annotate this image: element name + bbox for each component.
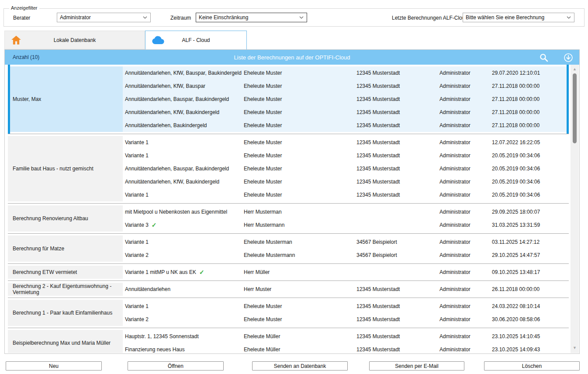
- variant-label: Variante 2: [125, 252, 149, 258]
- list-title: Liste der Berechnungen auf der OPTIFI-Cl…: [5, 54, 579, 61]
- calc-row[interactable]: Annuitätendarlehen, KfW, BaukindergeldEh…: [123, 106, 569, 119]
- berater-select[interactable]: Administrator: [57, 13, 151, 22]
- group-name-cell[interactable]: Berechnung 1 - Paar kauft Einfamilienhau…: [8, 300, 123, 326]
- client-label: Eheleute Muster: [244, 152, 356, 159]
- client-label: Eheleute Muster: [244, 70, 356, 76]
- calc-row[interactable]: Annuitätendarlehen, Bauspar, Baukinderge…: [123, 93, 569, 106]
- calc-row[interactable]: Annuitätendarlehen, KfW, Bauspar, Baukin…: [123, 66, 569, 80]
- variant-cell: Annuitätendarlehen, Bauspar, Baukinderge…: [125, 96, 244, 102]
- variant-cell: Variante 1 mitMP u NK aus EK✓: [125, 269, 244, 275]
- user-label: Administrator: [439, 333, 492, 339]
- date-label: 29.10.2025 14:47:57: [492, 252, 569, 258]
- calc-row[interactable]: Variante 3✓Herr MustermannAdministrator3…: [123, 218, 569, 232]
- group-name: Berechnung Renovierung Altbau: [13, 215, 88, 222]
- city-label: 34567 Beispielort: [356, 239, 439, 245]
- variant-label: Annuitätendarlehen, KfW, Bauspar, Baukin…: [125, 70, 242, 76]
- check-icon: ✓: [152, 222, 157, 228]
- calc-group[interactable]: Berechnung Renovierung Altbaumit Mietpoo…: [8, 204, 569, 234]
- group-name-cell[interactable]: Berechnung 2 - Kauf Eigentumswohnung - V…: [8, 283, 123, 296]
- calc-row[interactable]: Annuitätendarlehen, BaukindergeldEheleut…: [123, 119, 569, 132]
- calc-group[interactable]: Berechnung ETW vermietetVariante 1 mitMP…: [8, 264, 569, 281]
- variant-cell: Variante 2: [125, 316, 244, 322]
- download-icon[interactable]: [564, 53, 573, 62]
- check-icon: ✓: [199, 269, 204, 275]
- senden-per-email-button[interactable]: Senden per E-Mail: [369, 361, 464, 371]
- calc-row[interactable]: Annuitätendarlehen, KfW, BaukindergeldEh…: [123, 175, 569, 188]
- city-label: 12345 Musterstadt: [356, 179, 439, 185]
- variant-label: Variante 2: [125, 316, 149, 322]
- user-label: Administrator: [439, 239, 492, 245]
- calc-row[interactable]: Variante 1Eheleute Muster12345 Mustersta…: [123, 300, 569, 313]
- senden-an-datenbank-button[interactable]: Senden an Datenbank: [252, 361, 348, 371]
- calc-row[interactable]: Annuitätendarlehen, KfW, BausparEheleute…: [123, 80, 569, 93]
- chevron-down-icon: [299, 16, 304, 19]
- variant-label: mit Mietpool u Nebenkosten aus Eigenmitt…: [125, 209, 227, 215]
- calc-group[interactable]: Berechnung für MatzeVariante 1Eheleute M…: [8, 234, 569, 264]
- calc-group[interactable]: Berechnung 2 - Kauf Eigentumswohnung - V…: [8, 281, 569, 298]
- calc-row[interactable]: Variante 1 mitMP u NK aus EK✓Herr Müller…: [123, 266, 569, 279]
- user-label: Administrator: [439, 179, 492, 185]
- calc-row[interactable]: Variante 1Eheleute Muster12345 Mustersta…: [123, 149, 569, 162]
- chevron-down-icon: [143, 16, 147, 19]
- zeitraum-select[interactable]: Keine Einschränkung: [196, 13, 307, 22]
- tab-alf-cloud[interactable]: ALF - Cloud: [145, 31, 247, 49]
- client-label: Eheleute Muster: [244, 303, 356, 309]
- scrollbar-thumb[interactable]: [573, 73, 577, 143]
- search-icon[interactable]: [539, 53, 549, 62]
- client-label: Eheleute Müller: [244, 346, 356, 353]
- calc-row[interactable]: Hauptstr. 1, 12345 SonnenstadtEheleute M…: [123, 330, 569, 343]
- calc-row[interactable]: Variante 1Eheleute Musterman34567 Beispi…: [123, 235, 569, 249]
- group-name-cell[interactable]: Berechnung für Matze: [8, 235, 123, 262]
- calc-row[interactable]: mit Mietpool u Nebenkosten aus Eigenmitt…: [123, 205, 569, 218]
- city-label: 12345 Musterstadt: [356, 316, 439, 322]
- variant-cell: Finanzierung neues Haus: [125, 346, 244, 353]
- city-label: 12345 Musterstadt: [356, 96, 439, 102]
- letzte-berechnungen-select[interactable]: Bitte wählen Sie eine Berechnung: [463, 13, 574, 22]
- calc-group[interactable]: Beispielberechnung Max und Maria MüllerH…: [8, 328, 569, 353]
- client-label: Herr Musterman: [244, 209, 356, 215]
- variant-cell: Annuitätendarlehen, KfW, Baukindergeld: [125, 179, 244, 185]
- date-label: 20.05.2019 00:34:06: [492, 179, 569, 185]
- group-name: Berechnung 1 - Paar kauft Einfamilienhau…: [13, 310, 112, 316]
- date-label: 20.05.2019 00:34:06: [492, 192, 569, 198]
- variant-label: Annuitätendarlehen, KfW, Baukindergeld: [125, 179, 219, 185]
- group-rows: Variante 1Eheleute Muster12345 Mustersta…: [123, 300, 569, 326]
- calc-row[interactable]: Variante 2Eheleute Muster12345 Mustersta…: [123, 313, 569, 326]
- user-label: Administrator: [439, 192, 492, 198]
- group-name-cell[interactable]: Familie baut Haus - nutzt gemischt: [8, 136, 123, 201]
- group-name: Berechnung ETW vermietet: [13, 269, 77, 275]
- calc-row[interactable]: Annuitätendarlehen, Bauspar, Baukinderge…: [123, 162, 569, 175]
- calc-row[interactable]: Variante 2Eheleute Mustermann34567 Beisp…: [123, 249, 569, 262]
- date-label: 20.05.2019 00:34:06: [492, 166, 569, 172]
- calc-row[interactable]: Variante 1Eheleute Muster12345 Mustersta…: [123, 188, 569, 201]
- scroll-down-icon[interactable]: ▼: [571, 344, 579, 351]
- group-name-cell[interactable]: Berechnung Renovierung Altbau: [8, 205, 123, 232]
- calc-row[interactable]: Finanzierung neues HausEheleute Müller12…: [123, 343, 569, 353]
- calc-row[interactable]: Variante 1Eheleute Muster12345 Mustersta…: [123, 136, 569, 149]
- variant-label: Variante 1 mitMP u NK aus EK: [125, 269, 196, 275]
- loeschen-button[interactable]: Löschen: [484, 361, 580, 371]
- group-name-cell[interactable]: Berechnung ETW vermietet: [8, 266, 123, 279]
- oeffnen-button[interactable]: Öffnen: [128, 361, 224, 371]
- date-label: 31.03.2025 13:31:59: [492, 222, 569, 228]
- variant-label: Annuitätendarlehen: [125, 286, 170, 292]
- group-name-cell[interactable]: Muster, Max: [8, 66, 123, 132]
- calc-group[interactable]: Berechnung 1 - Paar kauft Einfamilienhau…: [8, 298, 569, 328]
- vertical-scrollbar[interactable]: ▲ ▼: [571, 65, 579, 353]
- variant-label: Annuitätendarlehen, Bauspar, Baukinderge…: [125, 96, 229, 102]
- neu-button[interactable]: Neu: [6, 361, 102, 371]
- group-rows: Variante 1Eheleute Muster12345 Mustersta…: [123, 136, 569, 201]
- group-name: Berechnung 2 - Kauf Eigentumswohnung - V…: [13, 283, 123, 295]
- scroll-up-icon[interactable]: ▲: [571, 66, 579, 73]
- variant-cell: Annuitätendarlehen, KfW, Bauspar, Baukin…: [125, 70, 244, 76]
- calc-row[interactable]: AnnuitätendarlehenHerr Muster12345 Muste…: [123, 283, 569, 296]
- variant-label: Variante 1: [125, 152, 149, 159]
- group-rows: Annuitätendarlehen, KfW, Bauspar, Baukin…: [123, 66, 569, 132]
- calc-group[interactable]: Familie baut Haus - nutzt gemischtVarian…: [8, 134, 569, 204]
- tab-lokale-datenbank[interactable]: Lokale Datenbank: [4, 31, 145, 49]
- letzte-berechnungen-select-value: Bitte wählen Sie eine Berechnung: [466, 14, 565, 21]
- date-label: 24.03.2022 08:10:14: [492, 303, 569, 309]
- group-name-cell[interactable]: Beispielberechnung Max und Maria Müller: [8, 330, 123, 353]
- calc-group[interactable]: Muster, MaxAnnuitätendarlehen, KfW, Baus…: [8, 65, 569, 134]
- user-label: Administrator: [439, 286, 492, 292]
